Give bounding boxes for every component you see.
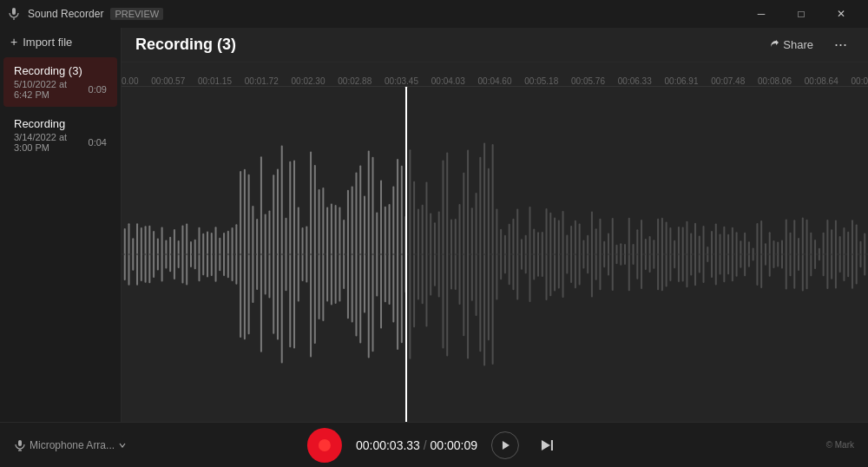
svg-rect-36 <box>265 214 266 294</box>
svg-rect-43 <box>293 161 295 349</box>
svg-rect-115 <box>591 212 593 298</box>
svg-rect-78 <box>438 212 440 298</box>
microphone-icon <box>14 439 26 451</box>
preview-badge: PREVIEW <box>110 8 163 20</box>
plus-icon: + <box>10 35 17 49</box>
timeline-tick: 00:02.88 <box>338 76 372 86</box>
svg-rect-174 <box>835 220 837 288</box>
timeline-tick: 00:03.45 <box>385 76 418 86</box>
skip-button[interactable] <box>533 431 561 459</box>
record-button[interactable] <box>307 428 342 463</box>
svg-rect-183 <box>18 440 22 446</box>
svg-rect-140 <box>694 223 696 286</box>
total-time-value: 00:00:09 <box>431 438 478 452</box>
svg-rect-157 <box>765 243 766 266</box>
microphone-selector[interactable]: Microphone Arra... <box>14 439 144 451</box>
svg-rect-135 <box>674 240 675 268</box>
current-time-value: 00:00:03.33 <box>356 438 420 452</box>
svg-rect-145 <box>715 223 717 285</box>
timeline-tick: 00:04.60 <box>478 76 512 86</box>
timeline-tick: 00:00.57 <box>151 76 185 86</box>
svg-rect-162 <box>786 219 787 289</box>
svg-rect-137 <box>682 227 684 282</box>
svg-rect-188 <box>551 440 553 451</box>
svg-rect-130 <box>653 240 654 269</box>
svg-rect-26 <box>223 233 225 276</box>
playback-controls: 00:00:03.33 / 00:00:09 <box>307 428 561 463</box>
svg-rect-169 <box>814 240 816 269</box>
recording-item-1[interactable]: Recording (3) 5/10/2022 at 6:42 PM 0:09 <box>3 57 117 107</box>
timeline-tick: 00:08.06 <box>758 76 792 86</box>
svg-rect-110 <box>570 226 572 283</box>
record-icon <box>319 439 331 451</box>
svg-rect-68 <box>397 159 398 350</box>
titlebar-controls: ─ □ ✕ <box>741 0 861 28</box>
import-file-label: Import file <box>23 36 72 49</box>
svg-rect-19 <box>194 240 196 269</box>
timeline-tick: 00:07.48 <box>711 76 745 86</box>
svg-rect-51 <box>326 207 328 302</box>
svg-rect-88 <box>479 157 481 352</box>
svg-rect-120 <box>612 218 614 291</box>
svg-rect-85 <box>467 150 469 359</box>
svg-rect-38 <box>273 174 274 333</box>
svg-rect-147 <box>723 227 725 283</box>
content-header: Recording (3) Share ··· <box>122 28 868 62</box>
timeline-tick: 00:05.18 <box>524 76 558 86</box>
svg-rect-31 <box>244 169 246 339</box>
recording-list: Recording (3) 5/10/2022 at 6:42 PM 0:09 … <box>0 56 121 422</box>
svg-rect-48 <box>314 165 316 344</box>
svg-rect-73 <box>418 208 419 299</box>
share-button[interactable]: Share <box>760 35 820 55</box>
timeline-tick: 00:01.15 <box>198 76 232 86</box>
svg-rect-4 <box>132 238 134 271</box>
svg-rect-63 <box>376 212 378 296</box>
svg-rect-152 <box>744 233 746 277</box>
svg-rect-58 <box>355 172 357 336</box>
recording-duration-2: 0:04 <box>89 137 107 148</box>
svg-rect-100 <box>529 207 530 302</box>
svg-rect-164 <box>793 220 795 288</box>
svg-rect-132 <box>661 218 663 291</box>
more-button[interactable]: ··· <box>827 32 854 57</box>
minimize-button[interactable]: ─ <box>741 0 781 28</box>
svg-marker-186 <box>503 441 510 450</box>
close-button[interactable]: ✕ <box>821 0 861 28</box>
header-actions: Share ··· <box>760 32 854 57</box>
bottom-right: © Mark <box>724 440 854 450</box>
svg-rect-167 <box>806 220 808 290</box>
recording-date-1: 5/10/2022 at 6:42 PM <box>14 79 89 100</box>
svg-rect-98 <box>521 239 523 270</box>
import-file-button[interactable]: + Import file <box>0 28 121 56</box>
titlebar-left: Sound Recorder PREVIEW <box>7 7 163 21</box>
svg-rect-80 <box>446 153 448 357</box>
svg-rect-142 <box>703 226 705 283</box>
bottom-bar: Microphone Arra... 00:00:03.33 / 00:00:0… <box>0 422 868 467</box>
svg-rect-125 <box>633 244 635 265</box>
svg-rect-46 <box>306 226 307 282</box>
timeline-tick: 00:08.64 <box>805 76 838 86</box>
playhead[interactable] <box>405 87 407 422</box>
svg-rect-177 <box>847 232 849 277</box>
share-icon <box>767 39 779 51</box>
svg-rect-83 <box>459 204 461 305</box>
timeline-tick: 00:04.03 <box>431 76 465 86</box>
timeline-tick: 00:06.33 <box>618 76 652 86</box>
svg-rect-16 <box>181 225 183 283</box>
play-button[interactable] <box>491 431 519 459</box>
waveform-area[interactable] <box>122 87 868 422</box>
waveform-container[interactable]: 00:00.0000:00.5700:01.1500:01.7200:02.30… <box>122 62 868 422</box>
titlebar: Sound Recorder PREVIEW ─ □ ✕ <box>0 0 868 28</box>
microphone-label: Microphone Arra... <box>30 439 115 451</box>
svg-rect-0 <box>12 8 16 15</box>
restore-button[interactable]: □ <box>781 0 821 28</box>
timeline-tick: 00:09.21 <box>852 76 868 86</box>
svg-rect-93 <box>500 229 502 280</box>
recording-item-2[interactable]: Recording 3/14/2022 at 3:00 PM 0:04 <box>3 110 117 160</box>
main-layout: + Import file Recording (3) 5/10/2022 at… <box>0 28 868 422</box>
sidebar: + Import file Recording (3) 5/10/2022 at… <box>0 28 122 422</box>
svg-rect-11 <box>161 227 163 281</box>
recording-duration-1: 0:09 <box>89 84 107 95</box>
recording-date-2: 3/14/2022 at 3:00 PM <box>14 132 89 153</box>
chevron-down-icon <box>118 441 127 450</box>
